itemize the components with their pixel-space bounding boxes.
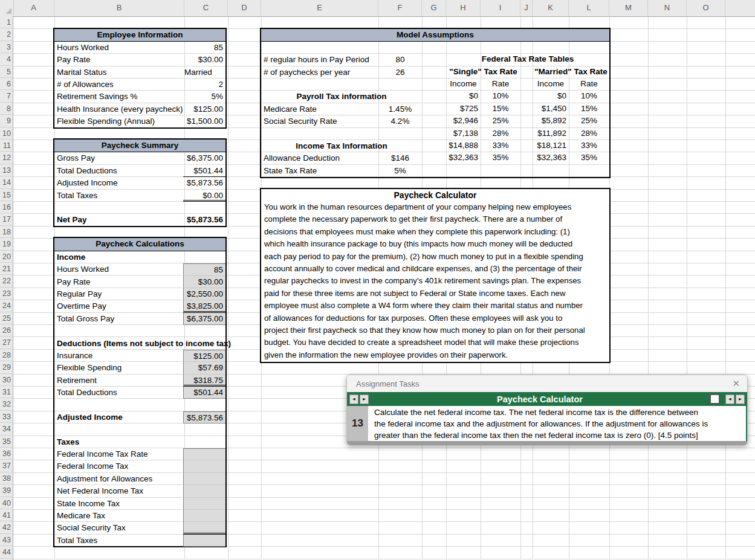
row-header-33[interactable]: 33: [0, 411, 13, 423]
row-header-29[interactable]: 29: [0, 361, 13, 373]
cell-value[interactable]: $0.00: [183, 190, 225, 202]
row-header-30[interactable]: 30: [0, 374, 13, 386]
cell-value[interactable]: $146: [378, 152, 422, 164]
cell-value[interactable]: [378, 79, 422, 91]
cell-value[interactable]: $3,825.00: [183, 300, 225, 312]
cell-value[interactable]: 4.2%: [378, 115, 422, 127]
income-threshold[interactable]: $18,121: [533, 140, 569, 152]
cell-value[interactable]: [183, 448, 225, 460]
row-header-21[interactable]: 21: [0, 263, 13, 275]
row-header-15[interactable]: 15: [0, 189, 13, 201]
column-header-H[interactable]: H: [446, 0, 481, 16]
income-threshold[interactable]: $2,946: [446, 115, 481, 127]
cell-value[interactable]: [183, 473, 225, 485]
column-header-I[interactable]: I: [481, 0, 520, 16]
cell-value[interactable]: [183, 325, 225, 337]
row-header-8[interactable]: 8: [0, 103, 13, 115]
cell-value[interactable]: $2,550.00: [183, 288, 225, 300]
column-header-G[interactable]: G: [422, 0, 446, 16]
income-threshold[interactable]: $0: [533, 90, 569, 102]
row-header-41[interactable]: 41: [0, 509, 13, 521]
column-header-F[interactable]: F: [378, 0, 422, 16]
tax-rate[interactable]: 15%: [569, 103, 609, 115]
row-header-6[interactable]: 6: [0, 78, 13, 90]
row-header-31[interactable]: 31: [0, 386, 13, 398]
row-header-10[interactable]: 10: [0, 127, 13, 140]
tax-rate[interactable]: 25%: [481, 115, 520, 127]
tax-rate[interactable]: 33%: [569, 140, 609, 152]
cell-value[interactable]: 85: [183, 42, 225, 54]
income-threshold[interactable]: $725: [446, 103, 481, 115]
column-header-E[interactable]: E: [261, 0, 378, 16]
cell-value[interactable]: [183, 510, 225, 522]
row-header-25[interactable]: 25: [0, 312, 13, 324]
next-task-button[interactable]: ►: [360, 394, 369, 404]
column-header-D[interactable]: D: [228, 0, 261, 16]
row-header-39[interactable]: 39: [0, 484, 13, 497]
cell-value[interactable]: 26: [378, 66, 422, 79]
cell-value[interactable]: $1,500.00: [183, 115, 225, 127]
cell-value[interactable]: [183, 423, 225, 436]
row-header-27[interactable]: 27: [0, 336, 13, 349]
select-all-corner[interactable]: [0, 0, 14, 16]
cell-value[interactable]: $5,873.56: [183, 177, 225, 189]
tax-rate[interactable]: 33%: [481, 140, 520, 152]
cell-value[interactable]: [183, 202, 225, 214]
income-threshold[interactable]: $1,450: [533, 103, 569, 115]
row-header-40[interactable]: 40: [0, 497, 13, 509]
column-header-K[interactable]: K: [533, 0, 569, 16]
cell-value[interactable]: $125.00: [183, 350, 225, 362]
cell-value[interactable]: 5%: [378, 165, 422, 177]
cell-value[interactable]: 2: [183, 79, 225, 91]
cell-value[interactable]: [183, 251, 225, 263]
row-header-3[interactable]: 3: [0, 41, 13, 53]
cell-value[interactable]: $501.44: [183, 387, 225, 399]
cell-value[interactable]: $5,873.56: [183, 214, 225, 226]
next-task-button-right[interactable]: ►: [736, 394, 745, 404]
cell-value[interactable]: Married: [183, 66, 225, 79]
prev-task-button[interactable]: ◄: [349, 394, 358, 404]
row-header-14[interactable]: 14: [0, 176, 13, 188]
column-header-N[interactable]: N: [648, 0, 687, 16]
column-header-A[interactable]: A: [13, 0, 54, 16]
cell-value[interactable]: $6,375.00: [183, 313, 225, 325]
cell-value[interactable]: $6,375.00: [183, 152, 225, 164]
column-header-C[interactable]: C: [184, 0, 228, 16]
row-header-42[interactable]: 42: [0, 521, 13, 533]
row-header-9[interactable]: 9: [0, 115, 13, 127]
row-header-32[interactable]: 32: [0, 398, 13, 410]
income-threshold[interactable]: $32,363: [446, 152, 481, 164]
cell-value[interactable]: $125.00: [183, 103, 225, 115]
tax-rate[interactable]: 28%: [569, 127, 609, 140]
income-threshold[interactable]: $7,138: [446, 127, 481, 140]
tax-rate[interactable]: 10%: [569, 90, 609, 102]
cell-value[interactable]: [183, 436, 225, 448]
tax-rate[interactable]: 15%: [481, 103, 520, 115]
cell-value[interactable]: [183, 522, 225, 534]
column-header-B[interactable]: B: [54, 0, 184, 16]
tax-rate[interactable]: 35%: [481, 152, 520, 164]
dialog-titlebar[interactable]: Assignment Tasks ✕: [347, 375, 747, 392]
row-header-38[interactable]: 38: [0, 472, 13, 484]
cell-value[interactable]: [183, 535, 225, 547]
column-header-J[interactable]: J: [520, 0, 533, 16]
cell-value[interactable]: 5%: [183, 91, 225, 103]
row-header-34[interactable]: 34: [0, 423, 13, 435]
cell-value[interactable]: $57.69: [183, 362, 225, 374]
row-header-28[interactable]: 28: [0, 349, 13, 361]
close-icon[interactable]: ✕: [732, 378, 740, 389]
row-header-12[interactable]: 12: [0, 152, 13, 164]
income-threshold[interactable]: $14,888: [446, 140, 481, 152]
row-header-19[interactable]: 19: [0, 238, 13, 250]
cell-value[interactable]: 85: [183, 263, 225, 275]
row-header-24[interactable]: 24: [0, 300, 13, 312]
cell-value[interactable]: [378, 128, 422, 140]
cell-value[interactable]: [183, 485, 225, 497]
income-threshold[interactable]: $11,892: [533, 127, 569, 140]
row-header-37[interactable]: 37: [0, 460, 13, 472]
income-threshold[interactable]: $32,363: [533, 152, 569, 164]
row-header-35[interactable]: 35: [0, 436, 13, 448]
income-threshold[interactable]: $0: [446, 90, 481, 102]
cell-value[interactable]: $5,873.56: [183, 411, 225, 423]
row-header-43[interactable]: 43: [0, 534, 13, 546]
